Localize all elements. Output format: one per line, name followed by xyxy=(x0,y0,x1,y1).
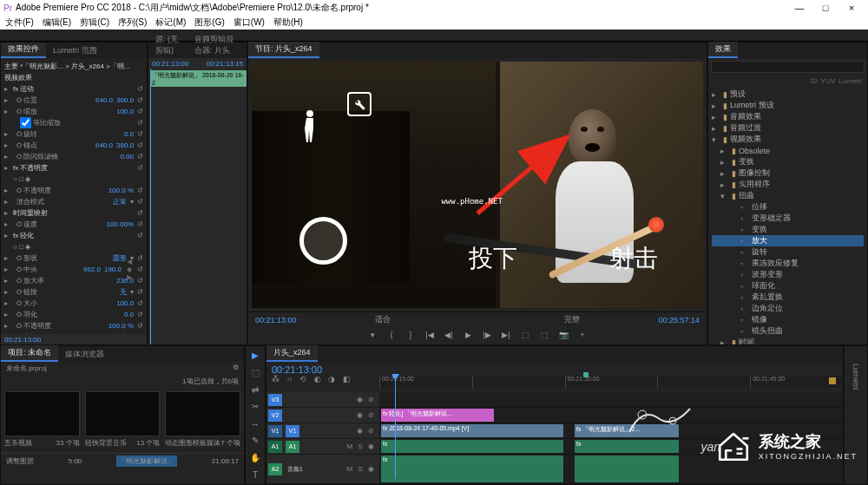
fx-tag-lumetri[interactable]: Lumetri xyxy=(838,77,862,85)
close-button[interactable]: × xyxy=(838,3,865,13)
tl-ruler-area[interactable]: 00:21:15:00 00:21:30:00 00:21:45:00 xyxy=(379,362,843,392)
ec-property-row[interactable]: ▸fx 轻化↺ xyxy=(4,230,143,241)
clip-video-1[interactable]: fx 2018-08-24 17-40-05.mp4 [V] xyxy=(381,424,563,437)
fx-tree-item[interactable]: ▸▮Obsolete xyxy=(712,145,864,156)
menu-graphics[interactable]: 图形(G) xyxy=(194,16,224,29)
add-marker-button[interactable]: ▾ xyxy=(365,329,379,341)
menu-sequence[interactable]: 序列(S) xyxy=(118,16,147,29)
go-in-button[interactable]: |◀ xyxy=(423,329,437,341)
tl-ruler[interactable]: 00:21:15:00 00:21:30:00 00:21:45:00 xyxy=(379,376,843,388)
hand-tool[interactable]: ✋ xyxy=(248,452,262,464)
tl-playhead[interactable] xyxy=(395,374,396,479)
tl-timecode[interactable]: 00:21:13:00 xyxy=(272,364,374,375)
tab-effects[interactable]: 效果 xyxy=(708,42,738,58)
ec-property-row[interactable]: ▸fx 运动↺ xyxy=(4,83,143,95)
bin-item-label[interactable]: 调整图层 xyxy=(6,456,34,466)
project-bin[interactable]: 五杀视频33 个项 xyxy=(4,391,80,449)
tab-audio-mixer[interactable]: 音频剪辑混合器: 片头 xyxy=(187,32,247,58)
mark-in-button[interactable]: { xyxy=(385,329,398,341)
tab-media-browser[interactable]: 媒体浏览器 xyxy=(58,347,111,362)
fx-tag-yuv[interactable]: YUV xyxy=(821,77,835,85)
fx-tree-item[interactable]: ▸▮图像控制 xyxy=(712,167,864,179)
gear-icon[interactable]: ⚙ xyxy=(233,364,239,373)
track-head-v2[interactable]: V2◉ ⊘ xyxy=(266,408,379,423)
menu-help[interactable]: 帮助(H) xyxy=(273,16,303,29)
tab-source[interactable]: 源: (无剪辑) xyxy=(148,32,187,58)
ec-property-row[interactable]: ▸Ö 旋转0.0↺ xyxy=(4,128,143,140)
track-v3[interactable] xyxy=(379,392,843,408)
fx-tree-item[interactable]: ▫边角定位 xyxy=(712,303,864,314)
ec-property-row[interactable]: 等比缩放↺ xyxy=(4,117,143,128)
ec-property-row[interactable]: ▸Ö 位置640.0360.0↺ xyxy=(4,95,143,106)
clip-marker[interactable]: 「明光魅影解说」 2018-08-26 16-2 xyxy=(150,70,247,87)
fx-tree-item[interactable]: ▸▮Lumetri 预设 xyxy=(712,100,864,111)
ec-property-row[interactable]: ▸Ö 速度100.00%↺ xyxy=(4,219,143,230)
lumetri-tab[interactable]: Lumetri xyxy=(852,364,860,390)
tl-work-area-end[interactable] xyxy=(829,377,836,384)
fx-tree-item[interactable]: ▫位移 xyxy=(712,201,864,213)
menu-file[interactable]: 文件(F) xyxy=(5,16,34,29)
maximize-button[interactable]: □ xyxy=(812,3,838,13)
prog-fit[interactable]: 适合 xyxy=(375,314,391,325)
ec-property-row[interactable]: ▸fx 不透明度↺ xyxy=(4,162,143,174)
step-back-button[interactable]: ◀| xyxy=(442,329,456,341)
track-head-v1[interactable]: V1V1◉ ⊘ xyxy=(266,423,379,439)
ec-property-row[interactable]: ▸混合模式正常▾↺ xyxy=(4,196,143,207)
play-button[interactable]: ▶ xyxy=(461,329,475,341)
fx-tree-item[interactable]: ▫变形稳定器 xyxy=(712,213,864,224)
fx-tree-item[interactable]: ▸▮时间 xyxy=(712,337,864,344)
fx-tree-item[interactable]: ▸▮预设 xyxy=(712,88,864,100)
track-select-tool[interactable]: ⬚ xyxy=(248,367,262,379)
razor-tool[interactable]: ✂ xyxy=(248,401,262,413)
project-bin[interactable]: 轻快背景音乐13 个项 xyxy=(85,391,161,449)
fx-tree-item[interactable]: ▫紊乱置换 xyxy=(712,292,864,303)
fx-tree-item[interactable]: ▾▮扭曲 xyxy=(712,190,864,201)
ec-property-row[interactable]: ▸时间重映射↺ xyxy=(4,207,143,219)
workspace-tabs[interactable] xyxy=(0,29,868,42)
fx-tree-item[interactable]: ▫镜头扭曲 xyxy=(712,325,864,337)
project-bin[interactable]: 动态图形模板媒体7 个项 xyxy=(165,391,240,449)
program-view[interactable]: 投下 射击 www.pHome.NET xyxy=(252,62,703,308)
settings-button[interactable]: + xyxy=(575,329,589,341)
ec-timecode[interactable]: 00:21:13:00 xyxy=(4,336,143,344)
selection-tool[interactable]: ▶ xyxy=(248,350,262,362)
ec-property-row[interactable]: ▸Ö 不透明度100.0 %↺ xyxy=(4,185,143,196)
ec-property-row[interactable]: ○ □ ◈ xyxy=(4,241,143,252)
fx-tree-item[interactable]: ▸▮变换 xyxy=(712,156,864,167)
ec-property-row[interactable]: ▸Ö 不透明度100.0 %↺ xyxy=(4,320,143,331)
fx-tree-item[interactable]: ▫放大 xyxy=(712,235,864,246)
mark-out-button[interactable]: } xyxy=(404,329,418,341)
clip-audio-1[interactable]: fx xyxy=(381,440,563,453)
tab-lumetri-scopes[interactable]: Lumetri 范围 xyxy=(46,43,104,58)
ec-property-row[interactable]: ○ □ ◈ xyxy=(4,174,143,185)
tab-effect-controls[interactable]: 效果控件 xyxy=(1,42,46,58)
ripple-edit-tool[interactable]: ⇄ xyxy=(248,383,262,396)
menu-edit[interactable]: 编辑(E) xyxy=(43,16,71,29)
ec-property-row[interactable]: ▸Ö 形状圆形▾↺ xyxy=(4,252,143,264)
ec-property-row[interactable]: ▸Ö 中央962.0190.0◀ ◆ ▶↺ xyxy=(4,264,143,275)
extract-button[interactable]: ⬚ xyxy=(537,329,551,341)
keyframe-area[interactable]: 「明光魅影解说」 2018-08-26 16-2 xyxy=(148,69,247,344)
fx-tree-item[interactable]: ▫球面化 xyxy=(712,280,864,292)
fx-tree-item[interactable]: ▸▮音频过渡 xyxy=(712,122,864,134)
track-head-v3[interactable]: V3◉ ⊘ xyxy=(266,392,379,408)
prog-tc-left[interactable]: 00:21:13:00 xyxy=(255,316,375,324)
menu-marker[interactable]: 标记(M) xyxy=(155,16,186,29)
track-v2[interactable]: fx 轻化] 「明光魅影解说... xyxy=(379,408,843,423)
tab-sequence[interactable]: 片头_x264 xyxy=(266,345,318,362)
tab-project[interactable]: 项目: 未命名 xyxy=(1,345,58,362)
clip-audio-2[interactable]: fx xyxy=(575,440,679,453)
tl-marker-green[interactable] xyxy=(583,372,589,377)
ec-playhead[interactable] xyxy=(150,69,151,344)
clip-adjustment[interactable]: fx 轻化] 「明光魅影解说... xyxy=(381,409,494,422)
fx-tree-item[interactable]: ▸▮实用程序 xyxy=(712,179,864,190)
minimize-button[interactable]: — xyxy=(786,3,812,13)
fx-tree-item[interactable]: ▾▮视频效果 xyxy=(712,134,864,145)
fx-tree-item[interactable]: ▫变换 xyxy=(712,224,864,235)
tab-program[interactable]: 节目: 片头_x264 xyxy=(248,42,319,58)
pen-tool[interactable]: ✎ xyxy=(248,435,262,447)
ec-property-row[interactable]: ▸Ö 羽化0.0↺ xyxy=(4,309,143,320)
clip-audio-4[interactable] xyxy=(575,456,679,482)
ec-property-row[interactable]: ▸Ö 缩放100.0↺ xyxy=(4,106,143,117)
ec-property-row[interactable]: ▸Ö 防闪烁滤镜0.00↺ xyxy=(4,151,143,162)
